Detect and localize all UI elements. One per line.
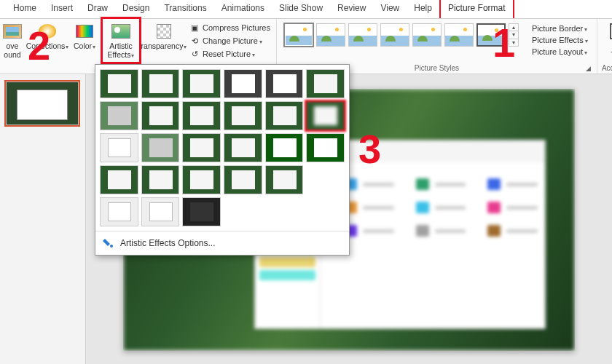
tab-help[interactable]: Help: [407, 0, 439, 18]
corrections-button[interactable]: Corrections: [28, 20, 67, 52]
effect-preset[interactable]: [100, 165, 138, 194]
effect-preset[interactable]: [182, 133, 221, 162]
effect-preset[interactable]: [100, 133, 138, 162]
effect-preset[interactable]: [182, 165, 221, 194]
effect-preset[interactable]: [100, 197, 138, 226]
group-label-accessibility: Accessibility: [602, 63, 612, 74]
style-preset[interactable]: [348, 23, 377, 47]
style-preset[interactable]: [444, 23, 474, 47]
slide-thumbnail-1[interactable]: [6, 82, 79, 125]
svg-point-0: [110, 245, 113, 248]
picture-effects-button[interactable]: Picture Effects: [530, 35, 589, 45]
change-picture-button[interactable]: ⟲ Change Picture: [188, 35, 272, 47]
change-picture-icon: ⟲: [189, 36, 200, 46]
ribbon-tabs: Home Insert Draw Design Transitions Anim…: [0, 0, 612, 19]
effect-preset[interactable]: [182, 101, 221, 130]
style-preset[interactable]: [284, 23, 313, 47]
effect-preset[interactable]: [306, 69, 345, 98]
effect-preset[interactable]: [265, 101, 304, 130]
effect-preset[interactable]: [182, 69, 221, 98]
effect-none[interactable]: [100, 69, 138, 98]
style-preset[interactable]: [316, 23, 345, 47]
compress-icon: ▣: [189, 23, 200, 33]
tab-view[interactable]: View: [373, 0, 407, 18]
effect-preset[interactable]: [224, 101, 262, 130]
alt-text-button[interactable]: Alt Text: [602, 20, 612, 60]
options-icon: [103, 237, 114, 249]
tab-home[interactable]: Home: [6, 0, 44, 18]
picture-styles-gallery[interactable]: ▴▾▾: [281, 20, 522, 47]
artistic-effects-options[interactable]: Artistic Effects Options...: [95, 231, 349, 255]
effect-preset[interactable]: [141, 197, 180, 226]
artistic-effects-dropdown: Artistic Effects Options...: [95, 64, 350, 256]
reset-picture-button[interactable]: ↺ Reset Picture: [188, 48, 272, 60]
artistic-effects-grid: [95, 65, 349, 231]
color-button[interactable]: Color: [70, 20, 99, 52]
effect-preset[interactable]: [141, 165, 180, 194]
effect-preset[interactable]: [306, 133, 345, 162]
effect-preset[interactable]: [141, 101, 180, 130]
effect-preset[interactable]: [265, 165, 304, 194]
remove-background-button[interactable]: ove ound: [0, 20, 25, 60]
effect-blur[interactable]: [306, 101, 345, 130]
tab-insert[interactable]: Insert: [44, 0, 80, 18]
transparency-button[interactable]: ransparency: [143, 20, 185, 52]
picture-styles-dialog-launcher[interactable]: ◢: [585, 65, 592, 72]
picture-border-button[interactable]: Picture Border: [530, 23, 589, 33]
style-preset[interactable]: [476, 23, 506, 47]
tab-design[interactable]: Design: [115, 0, 157, 18]
artistic-effects-button[interactable]: Artistic Effects: [104, 20, 138, 60]
picture-layout-button[interactable]: Picture Layout: [530, 47, 589, 57]
remove-bg-icon: [3, 24, 22, 39]
effect-preset[interactable]: [141, 69, 180, 98]
artistic-effects-icon: [111, 24, 130, 39]
effect-preset[interactable]: [265, 133, 304, 162]
brightness-icon: [39, 24, 56, 39]
tab-picture-format[interactable]: Picture Format: [439, 0, 514, 18]
effect-preset[interactable]: [224, 69, 262, 98]
effect-preset[interactable]: [100, 101, 138, 130]
effect-preset[interactable]: [182, 197, 221, 226]
style-gallery-more[interactable]: ▴▾▾: [509, 23, 519, 47]
reset-picture-icon: ↺: [189, 49, 200, 59]
slide-thumbnails-pane[interactable]: [0, 74, 86, 364]
effect-preset[interactable]: [265, 69, 304, 98]
tab-animations[interactable]: Animations: [214, 0, 272, 18]
group-accessibility: Alt Text Accessibility: [597, 19, 612, 74]
effect-preset[interactable]: [224, 165, 262, 194]
effect-preset[interactable]: [141, 133, 180, 162]
tab-transitions[interactable]: Transitions: [157, 0, 213, 18]
style-preset[interactable]: [412, 23, 442, 47]
transparency-icon: [157, 24, 171, 39]
color-icon: [76, 25, 93, 38]
tab-slideshow[interactable]: Slide Show: [272, 0, 330, 18]
compress-pictures-button[interactable]: ▣ Compress Pictures: [188, 22, 272, 33]
tab-draw[interactable]: Draw: [80, 0, 115, 18]
effect-preset[interactable]: [224, 133, 262, 162]
tab-review[interactable]: Review: [330, 0, 373, 18]
style-preset[interactable]: [380, 23, 409, 47]
